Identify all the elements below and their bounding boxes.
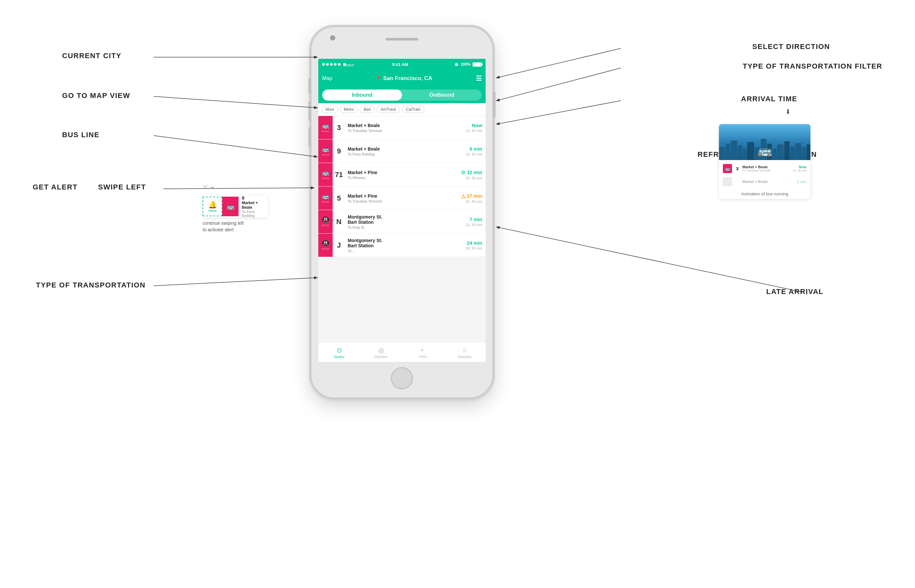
direction-toggle-row: Inbound Outbound bbox=[322, 89, 482, 101]
refresh-row-dest: To Transbay Terminal bbox=[742, 169, 791, 172]
bus-animation: 🚌 bbox=[758, 144, 772, 157]
location-pin-icon: 📍 bbox=[376, 76, 382, 81]
filter-amtrack[interactable]: AmTrack bbox=[377, 106, 400, 113]
svg-rect-9 bbox=[773, 149, 776, 160]
svg-line-23 bbox=[497, 101, 621, 124]
bus-icon: 🚌 bbox=[322, 146, 329, 153]
battery-icon bbox=[472, 62, 482, 67]
city-header: 📍 San Francisco, CA bbox=[332, 75, 476, 82]
annotation-transport-filter: TYPE OF TRANSPORTATION FILTER bbox=[743, 62, 882, 71]
svg-rect-2 bbox=[731, 141, 737, 160]
arrival-time-col: 7 min 20, 30 min bbox=[462, 210, 486, 233]
outbound-button[interactable]: Outbound bbox=[402, 89, 482, 101]
svg-rect-3 bbox=[738, 145, 742, 160]
status-right: ⊛ 100% bbox=[454, 62, 482, 67]
refresh-row-main-time: Now bbox=[793, 165, 807, 169]
swipe-bus-col: 🚌 bbox=[222, 197, 239, 216]
refresh-row-route: Market + Beale bbox=[742, 165, 791, 169]
lines-label: Lines bbox=[419, 355, 427, 359]
signal-dots: Sketch bbox=[322, 63, 346, 66]
svg-rect-5 bbox=[747, 142, 754, 160]
svg-line-22 bbox=[497, 68, 621, 101]
svg-rect-0 bbox=[719, 147, 725, 160]
main-arrival-time: 24 min bbox=[467, 240, 482, 246]
svg-rect-11 bbox=[784, 141, 789, 160]
refresh-list-mini: 🚌 3 Market + Beale To Transbay Terminal … bbox=[719, 160, 810, 190]
phone-camera bbox=[330, 35, 335, 40]
svg-rect-15 bbox=[807, 144, 810, 160]
route-name: Market + Pine bbox=[348, 170, 455, 175]
arrival-time-col: Now 12, 30 min bbox=[462, 116, 486, 139]
nearby-label: Nearby bbox=[334, 355, 344, 359]
route-number: J bbox=[333, 234, 345, 257]
bus-icon: 🚌 bbox=[322, 122, 329, 129]
nav-lines[interactable]: ⌐ Lines bbox=[402, 346, 444, 359]
bus-route-item[interactable]: 🚇 ≋≋≋ J Montgomery St.Bart Station To...… bbox=[318, 234, 486, 257]
bus-icon: 🚌 bbox=[322, 193, 329, 200]
svg-line-20 bbox=[154, 278, 317, 286]
bus-route-item[interactable]: 🚌 ≋≋≋ 9 Market + Beale To Ferry Building… bbox=[318, 139, 486, 163]
refresh-row-sub-time: 12, 30 min bbox=[793, 169, 807, 172]
svg-line-17 bbox=[154, 96, 317, 108]
svg-rect-10 bbox=[777, 144, 784, 160]
phone-speaker bbox=[386, 38, 418, 40]
refresh-row-bus-icon-2: ○ bbox=[723, 177, 732, 186]
phone-screen: Sketch 9:41 AM ⊛ 100% Map 📍 San Francisc… bbox=[318, 59, 486, 362]
menu-icon[interactable]: ☰ bbox=[476, 74, 482, 82]
phone-volume-down-button bbox=[309, 128, 310, 147]
phone-home-button[interactable] bbox=[391, 367, 413, 389]
route-name: Montgomery St.Bart Station bbox=[348, 238, 460, 248]
swipe-caption: continue swiping leftto activate alert bbox=[203, 220, 244, 233]
svg-rect-12 bbox=[790, 146, 795, 160]
bottom-navigation: ⊙ Nearby ◎ Direction ⌐ Lines ☆ Favorites bbox=[318, 342, 486, 362]
svg-rect-14 bbox=[802, 147, 806, 160]
app-header: Map 📍 San Francisco, CA ☰ bbox=[318, 70, 486, 87]
phone-shell: Sketch 9:41 AM ⊛ 100% Map 📍 San Francisc… bbox=[310, 26, 493, 399]
refresh-row-info: Market + Beale To Transbay Terminal bbox=[742, 165, 791, 172]
refresh-preview-card: 🚌 🚌 3 Market + Beale To Transbay Termina… bbox=[719, 124, 810, 199]
svg-rect-1 bbox=[726, 144, 730, 160]
sub-arrival-times: 20, 45 min bbox=[466, 200, 482, 204]
bus-waves: ≋≋≋ bbox=[322, 153, 330, 157]
filter-bart[interactable]: Bart bbox=[360, 106, 375, 113]
map-button[interactable]: Map bbox=[322, 76, 332, 81]
swipe-bus-icon: 🚌 bbox=[226, 202, 234, 210]
swipe-route-name: Market + Beale bbox=[242, 200, 265, 210]
svg-rect-13 bbox=[795, 143, 801, 160]
nav-favorites[interactable]: ☆ Favorites bbox=[444, 346, 486, 359]
annotation-swipe-left: SWIPE LEFT bbox=[98, 183, 146, 191]
annotation-late-arrival: LATE ARRIVAL bbox=[766, 288, 823, 296]
filter-muni[interactable]: Muni bbox=[322, 106, 338, 113]
arrival-time-col: △ 27 min 20, 45 min bbox=[458, 187, 486, 210]
refresh-row-bus-icon: 🚌 bbox=[723, 164, 732, 173]
route-number: 71 bbox=[333, 163, 345, 186]
bus-type-icon-col: 🚌 ≋≋≋ bbox=[318, 163, 333, 186]
refresh-row-times: Now 12, 30 min bbox=[793, 165, 807, 172]
svg-line-18 bbox=[154, 136, 317, 157]
bus-type-icon-col: 🚌 ≋≋≋ bbox=[318, 116, 333, 139]
nav-direction[interactable]: ◎ Direction bbox=[360, 346, 402, 359]
bus-type-icon-col: 🚇 ≋≋≋ bbox=[318, 234, 333, 257]
bus-route-item[interactable]: 🚌 ≋≋≋ 3 Market + Beale To Transbay Termi… bbox=[318, 116, 486, 139]
filter-caltrain[interactable]: CalTrain bbox=[402, 106, 425, 113]
nav-nearby[interactable]: ⊙ Nearby bbox=[318, 346, 360, 359]
filter-metro[interactable]: Metro bbox=[340, 106, 358, 113]
sub-arrival-times: 12, 30 min bbox=[466, 129, 482, 132]
inbound-button[interactable]: Inbound bbox=[322, 89, 402, 101]
bus-route-item[interactable]: 🚌 ≋≋≋ 71 Market + Pine To Whaves ⊙ 12 mi… bbox=[318, 163, 486, 187]
swipe-gesture-icon: ☜→ bbox=[203, 183, 215, 191]
bus-waves: ≋≋≋ bbox=[322, 200, 330, 204]
route-number: 9 bbox=[333, 139, 345, 163]
route-destination: To Transbay Terminal bbox=[348, 129, 460, 132]
phone-mute-button bbox=[309, 78, 310, 94]
status-time: 9:41 AM bbox=[392, 62, 408, 67]
swipe-left-callout: ☜→ 🔔 Alarm 🚌 9 Market + Beale To Ferry B… bbox=[203, 183, 268, 233]
bus-route-item[interactable]: 🚇 ≋≋≋ N Montgomery St.Bart Station To Ki… bbox=[318, 210, 486, 234]
direction-icon: ◎ bbox=[378, 346, 384, 354]
route-name: Market + Beale bbox=[348, 146, 460, 152]
favorites-label: Favorites bbox=[458, 355, 471, 359]
annotation-select-direction: SELECT DIRECTION bbox=[752, 42, 830, 51]
bus-route-item[interactable]: 🚌 ≋≋≋ 5 Market + Pine To Transbay Termin… bbox=[318, 187, 486, 210]
nearby-icon: ⊙ bbox=[336, 346, 342, 354]
refresh-row-route-2: Market + Beale bbox=[742, 180, 795, 184]
